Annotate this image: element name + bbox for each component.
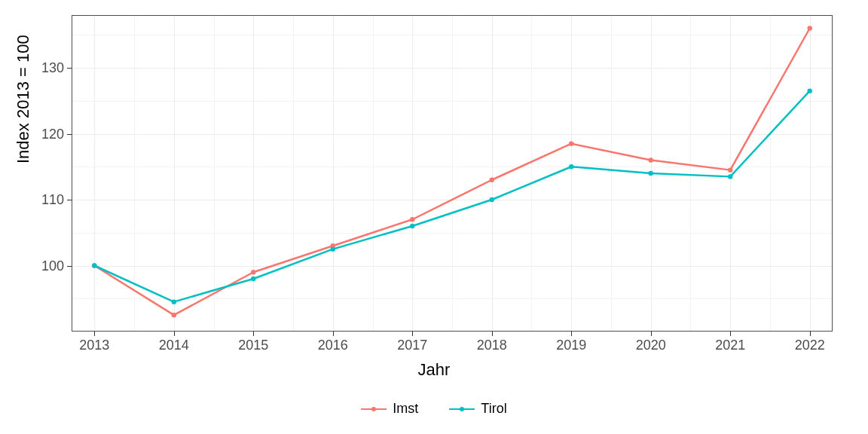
x-tick-label: 2021 [715, 338, 745, 353]
y-tick-label: 120 [19, 126, 64, 142]
x-tick-label: 2022 [795, 338, 825, 353]
x-tick-label: 2017 [397, 338, 427, 353]
y-tick-label: 110 [19, 192, 64, 208]
series-point-tirol [172, 299, 176, 304]
legend-dot-imst [371, 407, 376, 411]
series-point-tirol [410, 224, 414, 228]
x-tick-mark [94, 332, 95, 336]
legend-swatch-tirol [449, 402, 475, 416]
chart-lines-svg [72, 15, 833, 332]
x-tick-label: 2014 [159, 338, 189, 353]
legend-label-tirol: Tirol [481, 401, 506, 417]
x-tick-mark [333, 332, 334, 336]
x-tick-label: 2013 [79, 338, 109, 353]
x-tick-mark [730, 332, 731, 336]
x-tick-label: 2020 [636, 338, 666, 353]
x-tick-mark [571, 332, 572, 336]
series-point-imst [649, 157, 653, 162]
y-tick-mark [67, 68, 72, 69]
series-point-imst [251, 270, 255, 274]
y-axis-title: Index 2013 = 100 [14, 35, 33, 164]
series-line-tirol [94, 91, 809, 302]
series-point-tirol [251, 277, 255, 281]
series-point-imst [490, 178, 494, 182]
y-tick-label: 130 [19, 60, 64, 76]
x-tick-mark [174, 332, 175, 336]
legend: Imst Tirol [0, 401, 868, 420]
y-tick-label: 100 [19, 258, 64, 274]
legend-label-imst: Imst [393, 401, 418, 417]
x-tick-mark [651, 332, 652, 336]
series-point-imst [808, 26, 812, 30]
x-tick-label: 2016 [318, 338, 348, 353]
x-tick-label: 2018 [477, 338, 507, 353]
x-tick-label: 2015 [238, 338, 268, 353]
legend-swatch-imst [361, 402, 387, 416]
y-tick-mark [67, 134, 72, 135]
series-point-imst [569, 141, 573, 145]
series-point-imst [728, 167, 732, 172]
chart-container: Index 2013 = 100 Jahr Imst Tirol 1001101… [0, 0, 868, 434]
series-point-tirol [808, 88, 812, 93]
x-tick-mark [253, 332, 254, 336]
x-tick-mark [412, 332, 413, 336]
y-tick-mark [67, 266, 72, 267]
x-axis-title: Jahr [0, 360, 868, 380]
series-point-tirol [649, 171, 653, 176]
series-point-tirol [490, 197, 494, 202]
plot-area [72, 15, 833, 332]
x-tick-label: 2019 [556, 338, 586, 353]
series-point-tirol [569, 164, 573, 169]
legend-dot-tirol [460, 407, 464, 411]
series-point-imst [410, 217, 414, 222]
y-tick-mark [67, 200, 72, 200]
series-point-tirol [92, 263, 96, 267]
series-point-tirol [728, 174, 732, 179]
legend-item-tirol: Tirol [449, 401, 506, 417]
series-point-imst [172, 313, 176, 317]
series-point-tirol [331, 246, 335, 251]
x-tick-mark [810, 332, 811, 336]
legend-item-imst: Imst [361, 401, 418, 417]
x-tick-mark [492, 332, 493, 336]
series-line-imst [94, 29, 809, 316]
